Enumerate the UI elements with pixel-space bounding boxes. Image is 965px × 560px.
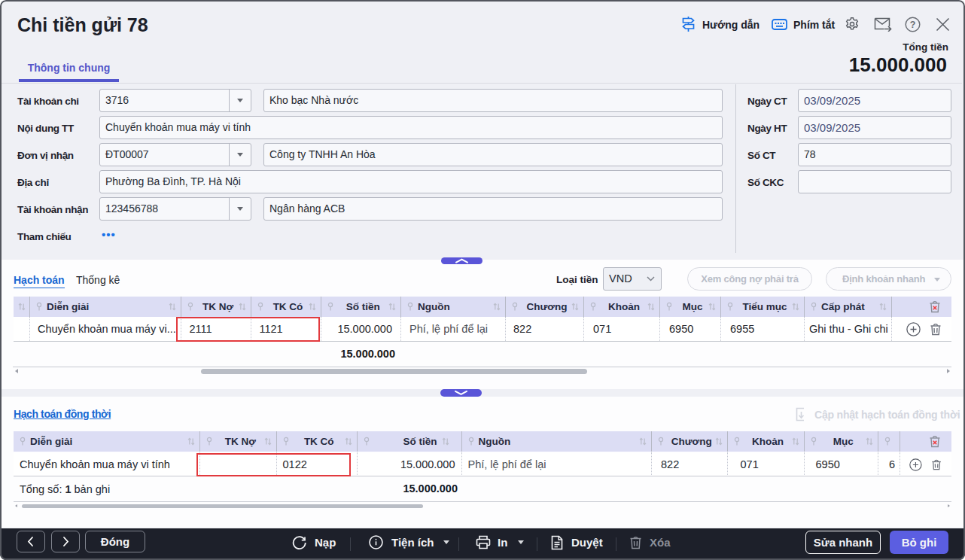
svg-text:?: ? [910, 20, 916, 30]
